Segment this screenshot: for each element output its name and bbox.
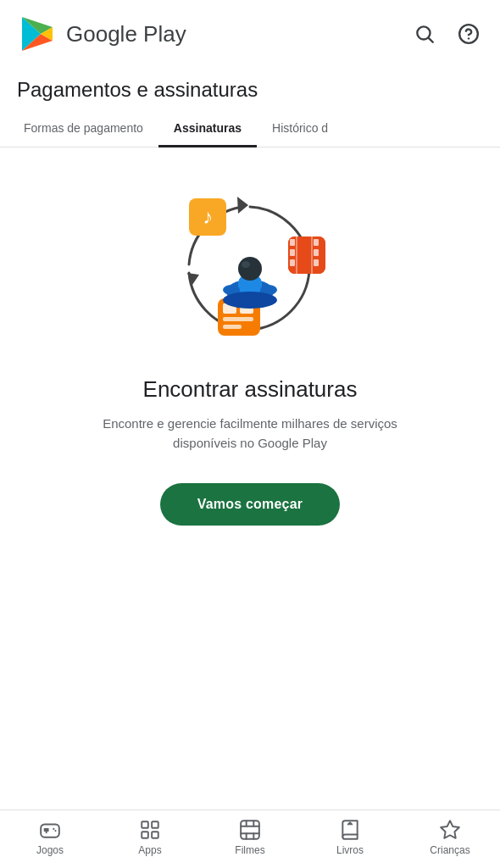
svg-rect-28 (223, 325, 242, 329)
search-button[interactable] (410, 19, 439, 48)
svg-rect-36 (41, 825, 59, 837)
subscriptions-illustration: ♪ (157, 181, 343, 351)
tab-historico[interactable]: Histórico d (257, 111, 343, 147)
svg-point-32 (242, 261, 250, 268)
svg-rect-21 (314, 259, 319, 266)
nav-label-apps: Apps (138, 844, 161, 856)
header-actions (410, 19, 483, 48)
svg-marker-55 (441, 821, 459, 838)
nav-label-jogos: Jogos (36, 844, 64, 856)
svg-rect-20 (314, 249, 319, 256)
film-icon (239, 819, 261, 841)
nav-item-filmes[interactable]: Filmes (200, 819, 300, 856)
svg-rect-18 (290, 259, 295, 266)
svg-point-31 (238, 257, 262, 281)
svg-point-41 (53, 828, 54, 830)
svg-rect-43 (142, 821, 148, 828)
svg-rect-16 (290, 239, 295, 246)
main-heading: Encontrar assinaturas (143, 376, 358, 403)
header-left: Google Play (17, 14, 186, 54)
page-title: Pagamentos e assinaturas (17, 78, 483, 102)
cta-button[interactable]: Vamos começar (160, 483, 340, 526)
gamepad-icon (39, 819, 61, 841)
nav-item-criancas[interactable]: Crianças (400, 819, 500, 856)
search-icon (414, 23, 436, 45)
nav-label-filmes: Filmes (235, 844, 264, 856)
svg-line-5 (429, 38, 433, 42)
book-icon (339, 819, 361, 841)
svg-point-35 (223, 292, 277, 309)
nav-item-jogos[interactable]: Jogos (0, 819, 100, 856)
svg-rect-46 (152, 832, 158, 838)
svg-marker-11 (237, 197, 248, 214)
svg-rect-44 (152, 821, 158, 828)
app-title: Google Play (66, 21, 186, 47)
svg-rect-47 (241, 821, 259, 839)
svg-text:♪: ♪ (203, 205, 213, 228)
tab-formas-de-pagamento[interactable]: Formas de pagamento (8, 111, 158, 147)
main-content: ♪ (0, 147, 500, 810)
nav-item-apps[interactable]: Apps (100, 819, 200, 856)
svg-point-42 (54, 830, 56, 832)
main-description: Encontre e gerencie facilmente milhares … (89, 415, 411, 453)
apps-icon (139, 819, 161, 841)
svg-rect-27 (223, 317, 253, 321)
google-play-logo (17, 14, 58, 54)
svg-rect-19 (314, 239, 319, 246)
tab-assinaturas[interactable]: Assinaturas (158, 111, 257, 147)
help-button[interactable] (454, 19, 483, 48)
svg-rect-45 (142, 832, 148, 838)
help-icon (458, 23, 480, 45)
bottom-nav: Jogos Apps Filmes (0, 810, 500, 868)
header: Google Play (0, 0, 500, 63)
nav-label-criancas: Crianças (430, 844, 469, 856)
svg-rect-17 (290, 249, 295, 256)
tabs-bar: Formas de pagamento Assinaturas Históric… (0, 110, 500, 147)
star-icon (439, 819, 461, 841)
illustration-svg: ♪ (157, 181, 343, 351)
nav-item-livros[interactable]: Livros (300, 819, 400, 856)
nav-label-livros: Livros (336, 844, 364, 856)
page-title-section: Pagamentos e assinaturas (0, 63, 500, 110)
